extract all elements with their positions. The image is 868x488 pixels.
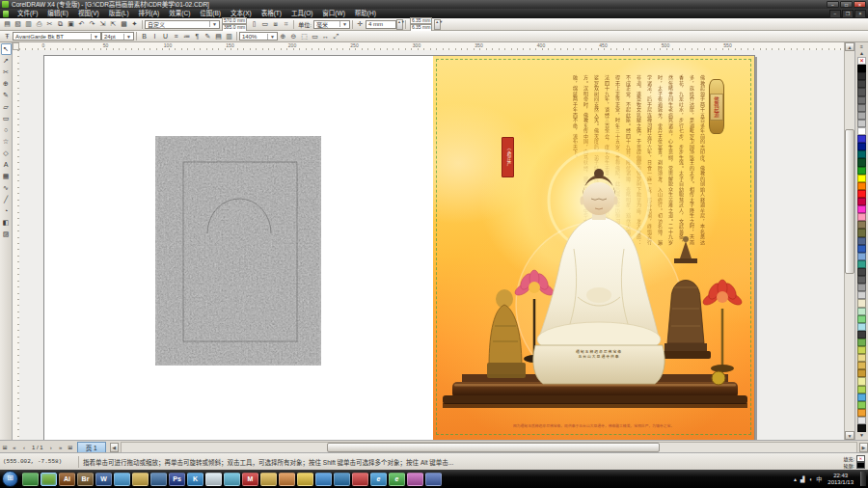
color-swatch[interactable] [857,143,866,150]
color-swatch[interactable] [857,369,866,377]
menu-item-3[interactable]: 版面(L) [104,9,134,18]
new-icon[interactable]: ▤ [2,19,13,29]
zoom-page-icon[interactable]: ▭ [310,32,320,41]
photo-viewer-app[interactable] [132,473,149,486]
word-app[interactable]: W [95,473,112,486]
show-desktop-button[interactable] [860,472,866,486]
menu-item-0[interactable]: 文件(F) [13,9,42,18]
antivirus-green-app[interactable] [22,473,39,486]
page-width-field[interactable]: 570.0 mm [222,17,247,25]
color-swatch[interactable] [857,417,866,424]
ellipse-tool[interactable]: ○ [1,124,12,136]
palette-menu-icon[interactable]: ≡ [856,43,867,50]
paste-icon[interactable]: ▣ [66,19,76,29]
blue-window-app[interactable] [150,473,167,486]
drawing-canvas[interactable]: 佛教起源于两千五百多年前的古印度。佛教的创始人释迦牟尼，本名悉达多，族姓乔达摩，… [19,50,845,440]
compass-browser-app[interactable] [224,473,240,486]
first-page-icon[interactable]: « [10,443,19,452]
tray-network-icon[interactable]: ▟ [800,476,805,482]
color-swatch[interactable] [857,401,866,409]
color-swatch[interactable] [857,245,866,253]
color-swatch[interactable] [857,308,866,315]
color-swatch[interactable] [857,175,866,182]
units-combo[interactable]: 毫米 ▼ [313,20,350,29]
nudge-field[interactable]: 4 mm [366,20,396,29]
bridge-app[interactable]: Br [77,473,94,486]
font-size-combo[interactable]: 24pt ▼ [101,32,134,41]
start-button[interactable]: ⊞ [2,471,18,487]
color-swatch[interactable] [857,72,866,80]
undo-icon[interactable]: ↶ [76,19,87,29]
color-swatch[interactable] [857,96,866,104]
color-swatch[interactable] [857,104,866,112]
welcome-icon[interactable]: ✦ [129,19,140,29]
vertical-scroll-thumb[interactable] [845,129,854,274]
edit-text-icon[interactable]: ✎ [203,32,213,41]
page-spread[interactable]: 佛教起源于两千五百多年前的古印度。佛教的创始人释迦牟尼，本名悉达多，族姓乔达摩，… [43,55,755,440]
app-launcher-icon[interactable]: ▩ [119,19,129,29]
color-swatch[interactable] [857,182,866,190]
tray-expand-icon[interactable]: ▴ [794,476,797,482]
fill-tool[interactable]: ◧ [1,217,12,229]
landscape-icon[interactable]: ▭ [259,19,270,29]
color-swatch[interactable] [857,276,866,284]
zoom-height-icon[interactable]: ⤢ [331,32,341,41]
menu-item-1[interactable]: 编辑(E) [42,9,73,18]
stone-rubbing-image[interactable] [155,136,321,366]
color-swatch[interactable] [857,198,866,205]
globe-app[interactable] [334,473,350,486]
color-swatch[interactable] [857,354,866,362]
cut-icon[interactable]: ✂ [44,19,55,29]
folder-app[interactable] [260,473,277,486]
ie-app[interactable]: e [370,473,387,486]
qq-app[interactable] [205,473,222,486]
vertical-scrollbar[interactable]: ▲ ▼ [844,42,854,440]
color-swatch[interactable] [857,331,866,339]
paper-size-combo[interactable]: 自定义 ▼ [145,20,220,29]
pinwheel-app[interactable] [407,473,423,486]
coreldraw-app[interactable] [41,473,57,486]
color-swatch[interactable] [857,112,866,120]
illustrator-app[interactable]: Ai [59,473,75,486]
zoom-tool[interactable]: ⊕ [1,78,12,90]
horizontal-scroll-thumb[interactable] [327,443,660,452]
zoom-selection-icon[interactable]: ⬚ [299,32,310,41]
color-swatch[interactable] [857,253,866,260]
color-swatch[interactable] [857,346,866,354]
italic-icon[interactable]: I [149,32,160,41]
vertical-text-icon[interactable]: ▥ [224,32,234,41]
menu-item-8[interactable]: 表格(T) [257,9,286,18]
align-icon[interactable]: ≡ [171,32,181,41]
color-swatch[interactable] [857,205,866,213]
zoom-out-icon[interactable]: ⊖ [288,32,299,41]
close-button[interactable]: × [854,1,866,8]
color-swatch[interactable] [857,229,866,236]
color-swatch[interactable] [857,284,866,291]
menu-item-10[interactable]: 窗口(W) [317,9,349,18]
palette-scroll-down-icon[interactable]: ▼ [856,432,867,439]
mdi-close-button[interactable]: × [854,10,866,18]
duplicate-x-field[interactable]: 6.35 mm [410,17,432,25]
horizontal-scrollbar[interactable] [121,442,857,453]
all-pages-icon[interactable]: ⧈ [270,19,281,29]
color-swatch[interactable] [857,237,866,245]
color-swatch[interactable] [857,291,866,299]
pc-manager-app[interactable] [425,473,442,486]
zoom-level-combo[interactable]: 140% ▼ [239,32,278,41]
import-icon[interactable]: ⇲ [97,19,108,29]
green-e-browser-app[interactable]: e [389,473,405,486]
duplicate-spinner[interactable]: ▲▼ [434,19,441,30]
zoom-width-icon[interactable]: ↔ [320,32,331,41]
color-swatch[interactable] [857,80,866,88]
eyedropper-tool[interactable]: ╱ [1,194,12,205]
add-page-icon[interactable]: ⊞ [0,443,10,452]
next-page-icon[interactable]: › [46,443,56,452]
menu-item-11[interactable]: 帮助(H) [350,9,381,18]
color-swatch[interactable] [857,150,866,158]
scroll-up-icon[interactable]: ▲ [845,42,854,51]
bullet-list-icon[interactable]: ≔ [181,32,192,41]
menu-item-5[interactable]: 效果(C) [164,9,195,18]
palette-scroll-up-icon[interactable]: ▲ [856,50,867,57]
hscroll-right-icon[interactable]: ▶ [859,443,868,452]
mail-m-app[interactable]: M [242,473,258,486]
